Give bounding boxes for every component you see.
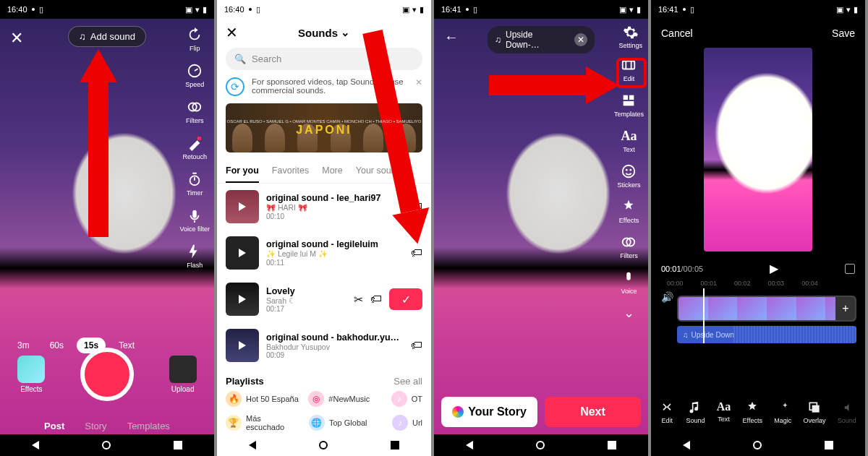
confirm-button[interactable]: ✓: [389, 288, 422, 310]
templates-button[interactable]: Templates: [614, 92, 644, 118]
scissors-icon[interactable]: ✂: [354, 293, 363, 306]
bookmark-icon[interactable]: 🏷: [411, 339, 422, 352]
tool-edit[interactable]: Edit: [660, 400, 674, 424]
banner-title: JAPONI: [227, 124, 422, 137]
sound-thumb[interactable]: [226, 283, 259, 316]
volume-icon[interactable]: 🔊: [661, 291, 673, 303]
tool-sound[interactable]: Sound: [686, 400, 705, 424]
upload-button[interactable]: Upload: [169, 356, 197, 393]
flash-button[interactable]: Flash: [186, 243, 203, 269]
video-preview[interactable]: [704, 48, 812, 251]
chevron-down-icon: ⌄: [341, 26, 350, 39]
playlist-item[interactable]: 🔥Hot 50 España: [226, 391, 301, 407]
featured-banner[interactable]: OSCAR EL RUSO • SAMUEL G • OMAR MONTES C…: [226, 103, 422, 152]
bookmark-icon[interactable]: 🏷: [370, 293, 382, 306]
sound-thumb[interactable]: [226, 236, 259, 270]
tab-more[interactable]: More: [322, 160, 342, 183]
voice-filter-button[interactable]: Voice filter: [179, 207, 210, 233]
play-button[interactable]: ▶: [770, 262, 778, 275]
svg-rect-7: [624, 95, 628, 100]
tab-your-sounds[interactable]: Your sounds: [356, 160, 406, 183]
playhead[interactable]: [703, 288, 705, 343]
playlist-item[interactable]: 🌐Top Global: [309, 414, 385, 431]
svg-point-12: [630, 169, 632, 171]
close-icon[interactable]: ✕: [226, 24, 238, 41]
add-sound-label: Add sound: [90, 31, 135, 42]
android-navbar[interactable]: [434, 434, 648, 456]
playlist-item[interactable]: ◎#NewMusic: [308, 391, 383, 407]
sound-row[interactable]: LovelySarah ☾00:17 ✂ 🏷 ✓: [217, 276, 431, 322]
story-icon: [452, 406, 464, 418]
upload-icon: [169, 356, 197, 383]
tool-magic[interactable]: Magic: [774, 400, 791, 424]
sound-thumb[interactable]: [226, 329, 259, 362]
add-clip-button[interactable]: +: [835, 296, 856, 321]
playlists-title: Playlists: [226, 376, 264, 387]
add-sound-button[interactable]: ♫ Add sound: [68, 26, 146, 47]
search-placeholder: Search: [252, 53, 281, 64]
sound-row[interactable]: original sound - lee_hari97🎀 HARI 🎀00:10…: [217, 184, 431, 230]
close-icon[interactable]: ✕: [10, 29, 23, 48]
page-title[interactable]: Sounds⌄: [298, 26, 350, 39]
cancel-button[interactable]: Cancel: [661, 27, 693, 39]
next-button[interactable]: Next: [545, 397, 641, 427]
svg-rect-17: [812, 405, 820, 413]
stickers-button[interactable]: Stickers: [617, 163, 640, 189]
svg-rect-8: [629, 95, 634, 100]
svg-point-11: [626, 169, 628, 171]
playlist-item[interactable]: ♪OT: [391, 391, 422, 407]
flip-button[interactable]: Flip: [186, 26, 203, 52]
svg-point-3: [197, 137, 202, 141]
remove-sound-icon[interactable]: ✕: [574, 33, 587, 46]
tab-for-you[interactable]: For you: [226, 160, 259, 183]
speed-button[interactable]: Speed: [185, 62, 204, 88]
svg-rect-15: [627, 272, 631, 280]
expand-icon[interactable]: [845, 264, 855, 274]
clock: 16:40: [7, 5, 27, 14]
tab-story[interactable]: Story: [85, 421, 106, 431]
sound-row[interactable]: original sound - legileluim✨ Legile lui …: [217, 230, 431, 276]
annotation-box: [616, 58, 647, 88]
sound-row[interactable]: original sound - bakhodur.yusupovBakhodu…: [217, 322, 431, 369]
android-navbar[interactable]: [651, 434, 865, 456]
tool-sound2: Sound: [838, 400, 856, 424]
music-note-icon: ♫: [495, 35, 501, 45]
record-button[interactable]: [80, 348, 134, 401]
status-bar: 16:40▯ ▣▾▮: [217, 0, 431, 19]
sound-thumb[interactable]: [226, 190, 259, 223]
timer-button[interactable]: Timer: [186, 171, 203, 197]
effects-button[interactable]: Effects: [619, 198, 639, 224]
tab-post[interactable]: Post: [44, 421, 64, 431]
playlist-item[interactable]: ♪Url: [392, 414, 422, 431]
settings-button[interactable]: Settings: [618, 25, 642, 49]
tool-text[interactable]: AaText: [717, 400, 731, 424]
see-all-link[interactable]: See all: [393, 376, 422, 387]
tab-templates[interactable]: Templates: [127, 421, 170, 431]
tab-favorites[interactable]: Favorites: [272, 160, 309, 183]
text-button[interactable]: AaText: [620, 127, 637, 153]
bookmark-icon[interactable]: 🏷: [411, 200, 422, 213]
tool-overlay[interactable]: Overlay: [804, 400, 826, 424]
voice-button[interactable]: Voice: [620, 269, 637, 295]
filters-button[interactable]: Filters: [186, 98, 204, 124]
android-navbar[interactable]: [0, 434, 214, 456]
android-navbar[interactable]: [217, 434, 431, 456]
retouch-button[interactable]: Retouch: [182, 134, 207, 160]
filters-button[interactable]: Filters: [620, 233, 638, 259]
save-button[interactable]: Save: [832, 27, 855, 39]
svg-point-10: [623, 165, 635, 178]
playlist-item[interactable]: 🏆Más escuchado: [226, 414, 302, 431]
dismiss-icon[interactable]: ✕: [415, 77, 422, 87]
status-bar: 16:41▯ ▣▾▮: [434, 0, 648, 19]
back-icon[interactable]: ←: [444, 29, 459, 46]
tool-effects[interactable]: Effects: [743, 400, 762, 424]
your-story-button[interactable]: Your Story: [441, 397, 537, 427]
notif-icon: ▯: [39, 5, 43, 14]
search-input[interactable]: 🔍 Search: [226, 48, 422, 70]
bookmark-icon[interactable]: 🏷: [411, 246, 422, 259]
status-bar: 16:41▯ ▣▾▮: [651, 0, 865, 19]
more-button[interactable]: ⌄: [620, 304, 637, 322]
search-icon: 🔍: [234, 53, 246, 64]
effects-button[interactable]: Effects: [17, 356, 45, 393]
selected-sound-pill[interactable]: ♫ Upside Down-… ✕: [488, 26, 595, 53]
